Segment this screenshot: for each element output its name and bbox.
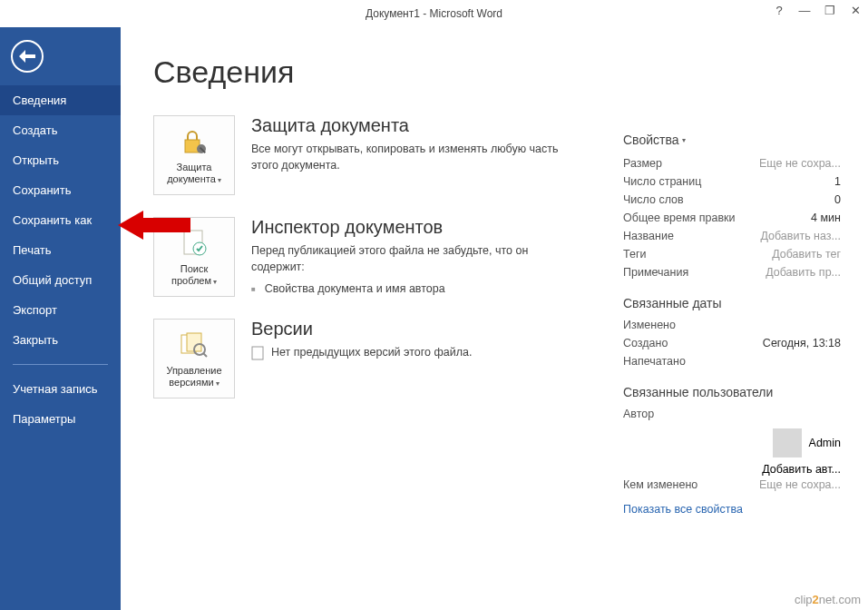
nav-save-as[interactable]: Сохранить как bbox=[0, 205, 121, 235]
prop-size: РазмерЕще не сохра... bbox=[623, 154, 841, 172]
nav-export[interactable]: Экспорт bbox=[0, 295, 121, 325]
prop-comments: ПримечанияДобавить пр... bbox=[623, 263, 841, 281]
protect-title: Защита документа bbox=[251, 115, 578, 136]
window-title: Документ1 - Microsoft Word bbox=[366, 7, 502, 20]
nav-share[interactable]: Общий доступ bbox=[0, 265, 121, 295]
inspect-title: Инспектор документов bbox=[251, 217, 578, 238]
svg-line-8 bbox=[203, 353, 207, 357]
document-icon bbox=[251, 346, 264, 360]
nav-info[interactable]: Сведения bbox=[0, 85, 121, 115]
red-arrow-annotation bbox=[118, 209, 190, 241]
protect-desc: Все могут открывать, копировать и изменя… bbox=[251, 142, 578, 173]
inspect-desc: Перед публикацией этого файла не забудьт… bbox=[251, 243, 578, 275]
help-icon[interactable]: ? bbox=[772, 4, 786, 17]
nav-save[interactable]: Сохранить bbox=[0, 175, 121, 205]
nav-divider bbox=[13, 364, 108, 365]
main-panel: Сведения Защита документа▾ Защита докуме… bbox=[121, 27, 868, 610]
prop-printed: Напечатано bbox=[623, 352, 841, 370]
titlebar: Документ1 - Microsoft Word ? — ❐ ✕ bbox=[0, 0, 868, 27]
nav-close[interactable]: Закрыть bbox=[0, 325, 121, 355]
related-users-header: Связанные пользователи bbox=[623, 385, 841, 399]
properties-dropdown[interactable]: Свойства▾ bbox=[623, 133, 841, 147]
prop-author: Автор bbox=[623, 405, 841, 423]
nav-new[interactable]: Создать bbox=[0, 115, 121, 145]
manage-versions-button[interactable]: Управление версиями▾ bbox=[153, 319, 235, 398]
user-avatar-icon bbox=[773, 428, 802, 458]
properties-panel: Свойства▾ РазмерЕще не сохра... Число ст… bbox=[623, 133, 841, 516]
minimize-icon[interactable]: — bbox=[797, 4, 812, 17]
nav-open[interactable]: Открыть bbox=[0, 145, 121, 175]
prop-title: НазваниеДобавить наз... bbox=[623, 227, 841, 245]
inspect-bullet: Свойства документа и имя автора bbox=[251, 282, 578, 295]
versions-icon bbox=[180, 329, 209, 361]
prop-tags: ТегиДобавить тег bbox=[623, 245, 841, 263]
author-name: Admin bbox=[809, 437, 841, 449]
close-icon[interactable]: ✕ bbox=[848, 4, 863, 17]
nav-print[interactable]: Печать bbox=[0, 235, 121, 265]
prop-modified: Изменено bbox=[623, 316, 841, 334]
lock-icon bbox=[180, 125, 209, 158]
sidebar: Сведения Создать Открыть Сохранить Сохра… bbox=[0, 27, 121, 610]
nav-options[interactable]: Параметры bbox=[0, 404, 121, 434]
back-button[interactable] bbox=[11, 40, 44, 73]
author-row: Admin bbox=[623, 428, 841, 458]
restore-icon[interactable]: ❐ bbox=[823, 4, 837, 17]
show-all-properties-link[interactable]: Показать все свойства bbox=[623, 503, 743, 516]
versions-title: Версии bbox=[251, 319, 578, 339]
window-controls: ? — ❐ ✕ bbox=[772, 4, 863, 17]
versions-desc: Нет предыдущих версий этого файла. bbox=[251, 345, 578, 361]
prop-pages: Число страниц1 bbox=[623, 172, 841, 191]
prop-edit-time: Общее время правки4 мин bbox=[623, 209, 841, 227]
protect-document-button[interactable]: Защита документа▾ bbox=[153, 115, 235, 195]
prop-last-modified-by: Кем измененоЕще не сохра... bbox=[623, 476, 841, 494]
prop-words: Число слов0 bbox=[623, 191, 841, 209]
related-dates-header: Связанные даты bbox=[623, 296, 841, 310]
svg-rect-9 bbox=[252, 347, 263, 359]
add-author[interactable]: Добавить авт... bbox=[762, 463, 841, 476]
nav-account[interactable]: Учетная запись bbox=[0, 374, 121, 404]
prop-created: СозданоСегодня, 13:18 bbox=[623, 334, 841, 352]
page-title: Сведения bbox=[153, 54, 841, 90]
watermark: clip2net.com bbox=[795, 593, 861, 606]
